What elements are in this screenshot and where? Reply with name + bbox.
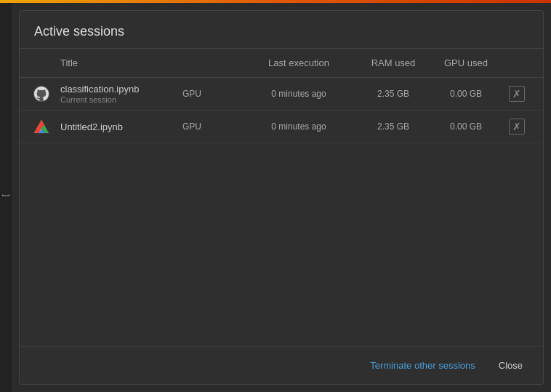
session-exec-2: 0 minutes ago <box>241 121 357 132</box>
session-name-cell-2: Untitled2.ipynb <box>60 121 182 132</box>
session-gpu-1: 0.00 GB <box>430 89 502 99</box>
modal-body: Title Last execution RAM used GPU used c… <box>20 49 543 346</box>
session-subtitle-1: Current session <box>60 95 182 104</box>
table-row: Untitled2.ipynb GPU 0 minutes ago 2.35 G… <box>20 111 543 143</box>
col-title-header: Title <box>60 55 182 71</box>
session-name-cell-1: classification.ipynb Current session <box>60 84 182 104</box>
terminate-other-sessions-button[interactable]: Terminate other sessions <box>364 356 481 375</box>
col-action-header <box>502 55 531 71</box>
active-sessions-modal: Active sessions Title Last execution RAM… <box>19 10 544 385</box>
col-icon-header <box>31 55 60 71</box>
table-row: classification.ipynb Current session GPU… <box>20 78 543 111</box>
session-kernel-2: GPU <box>182 121 241 132</box>
modal-footer: Terminate other sessions Close <box>20 346 543 384</box>
terminate-session-1-button[interactable]: ✗ <box>509 86 525 102</box>
session-ram-1: 2.35 GB <box>357 89 430 99</box>
github-icon <box>33 85 50 103</box>
session-terminate-cell-2: ✗ <box>502 119 531 135</box>
modal-header: Active sessions <box>20 11 543 49</box>
col-exec-header: Last execution <box>241 55 357 71</box>
table-header: Title Last execution RAM used GPU used <box>20 49 543 78</box>
session-exec-1: 0 minutes ago <box>241 89 357 99</box>
session-terminate-cell-1: ✗ <box>502 86 531 102</box>
modal-title: Active sessions <box>34 24 528 39</box>
col-type-header <box>182 55 241 71</box>
google-drive-icon <box>33 118 50 135</box>
session-gpu-2: 0.00 GB <box>430 121 502 132</box>
session-icon-2 <box>31 116 52 137</box>
session-icon-1 <box>31 84 52 104</box>
terminate-session-2-button[interactable]: ✗ <box>509 119 525 135</box>
modal-overlay: Active sessions Title Last execution RAM… <box>12 3 551 392</box>
session-ram-2: 2.35 GB <box>357 121 430 132</box>
close-modal-button[interactable]: Close <box>493 356 528 375</box>
session-filename-1: classification.ipynb <box>60 84 182 95</box>
session-filename-2: Untitled2.ipynb <box>60 121 182 132</box>
col-ram-header: RAM used <box>357 55 430 71</box>
col-gpu-header: GPU used <box>430 55 502 71</box>
sidebar: ua[ds <box>0 3 12 392</box>
session-kernel-1: GPU <box>182 89 241 99</box>
